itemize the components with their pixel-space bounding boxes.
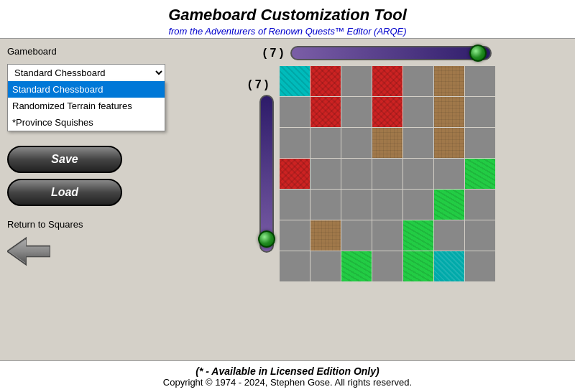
header: Gameboard Customization Tool from the Ad…	[0, 0, 575, 39]
cell-4-3	[372, 190, 402, 220]
cell-1-3	[372, 97, 402, 127]
cell-0-3	[372, 66, 402, 96]
footer-line1: (* - Available in Licensed Edition Only)	[0, 365, 575, 377]
cell-3-3	[372, 159, 402, 189]
cell-3-4	[403, 159, 433, 189]
cell-3-1	[310, 159, 341, 189]
main-content: Gameboard Standard Chessboard Randomized…	[0, 39, 575, 289]
cell-2-1	[310, 128, 341, 158]
cell-4-0	[280, 190, 310, 220]
side-slider-gem[interactable]	[258, 230, 275, 248]
cell-0-6	[465, 66, 495, 96]
dropdown-item-standard[interactable]: Standard Chessboard	[8, 81, 165, 98]
cell-6-1	[310, 251, 341, 281]
cell-3-2	[341, 159, 372, 189]
cell-1-4	[403, 97, 433, 127]
cell-5-1	[310, 220, 341, 251]
cell-5-4	[403, 220, 433, 251]
cell-6-4	[403, 251, 433, 281]
board-and-vslider: ( 7 )	[259, 66, 495, 281]
cell-4-5	[434, 190, 464, 220]
dropdown-item-province[interactable]: *Province Squishes	[8, 114, 165, 131]
cell-1-0	[280, 97, 310, 127]
return-text[interactable]: Return to Squares	[7, 219, 180, 230]
cell-2-2	[341, 128, 372, 158]
cell-6-0	[280, 251, 310, 281]
gameboard-grid	[280, 66, 495, 281]
top-slider-gem[interactable]	[469, 45, 487, 62]
cell-2-5	[434, 128, 464, 158]
vertical-slider[interactable]: ( 7 )	[259, 95, 274, 253]
gameboard-select[interactable]: Standard Chessboard Randomized Terrain f…	[7, 64, 165, 82]
cell-1-2	[341, 97, 372, 127]
top-slider-row: ( 7 )	[187, 46, 568, 60]
cell-1-5	[434, 97, 464, 127]
cell-4-2	[341, 190, 372, 220]
return-link: Return to Squares	[7, 219, 180, 271]
gameboard-label: Gameboard	[7, 46, 180, 57]
cell-6-2	[341, 251, 372, 281]
cell-0-4	[403, 66, 433, 96]
cell-2-4	[403, 128, 433, 158]
save-button[interactable]: Save	[7, 146, 122, 173]
cell-1-1	[310, 97, 341, 127]
left-panel: Gameboard Standard Chessboard Randomized…	[7, 46, 180, 281]
cell-1-6	[465, 97, 495, 127]
cell-0-0	[280, 66, 310, 96]
page-title: Gameboard Customization Tool	[0, 6, 575, 24]
page-subtitle: from the Adventurers of Renown Quests™ E…	[0, 26, 575, 37]
cell-3-6	[465, 159, 495, 189]
side-slider-label: ( 7 )	[248, 78, 268, 91]
cell-3-5	[434, 159, 464, 189]
cell-5-6	[465, 220, 495, 251]
cell-0-5	[434, 66, 464, 96]
cell-2-3	[372, 128, 402, 158]
cell-4-1	[310, 190, 341, 220]
cell-4-4	[403, 190, 433, 220]
cell-6-3	[372, 251, 402, 281]
buttons-area: Save Load	[7, 146, 180, 206]
top-slider-label: ( 7 )	[263, 47, 283, 60]
cell-4-6	[465, 190, 495, 220]
dropdown-item-randomized[interactable]: Randomized Terrain features	[8, 98, 165, 114]
cell-5-0	[280, 220, 310, 251]
cell-5-2	[341, 220, 372, 251]
svg-marker-2	[9, 240, 50, 263]
cell-2-6	[465, 128, 495, 158]
top-slider-track[interactable]	[290, 46, 492, 60]
cell-5-3	[372, 220, 402, 251]
cell-5-5	[434, 220, 464, 251]
cell-6-5	[434, 251, 464, 281]
cell-2-0	[280, 128, 310, 158]
load-button[interactable]: Load	[7, 179, 122, 206]
footer-line2: Copyright © 1974 - 2024, Stephen Gose. A…	[0, 377, 575, 388]
gameboard-dropdown-container: Standard Chessboard Randomized Terrain f…	[7, 64, 180, 82]
right-panel: ( 7 ) ( 7 )	[187, 46, 568, 281]
cell-6-6	[465, 251, 495, 281]
cell-3-0	[280, 159, 310, 189]
footer: (* - Available in Licensed Edition Only)…	[0, 360, 575, 392]
back-arrow-icon[interactable]	[7, 233, 50, 269]
cell-0-1	[310, 66, 341, 96]
cell-0-2	[341, 66, 372, 96]
gameboard-dropdown-open: Standard Chessboard Randomized Terrain f…	[7, 81, 165, 131]
